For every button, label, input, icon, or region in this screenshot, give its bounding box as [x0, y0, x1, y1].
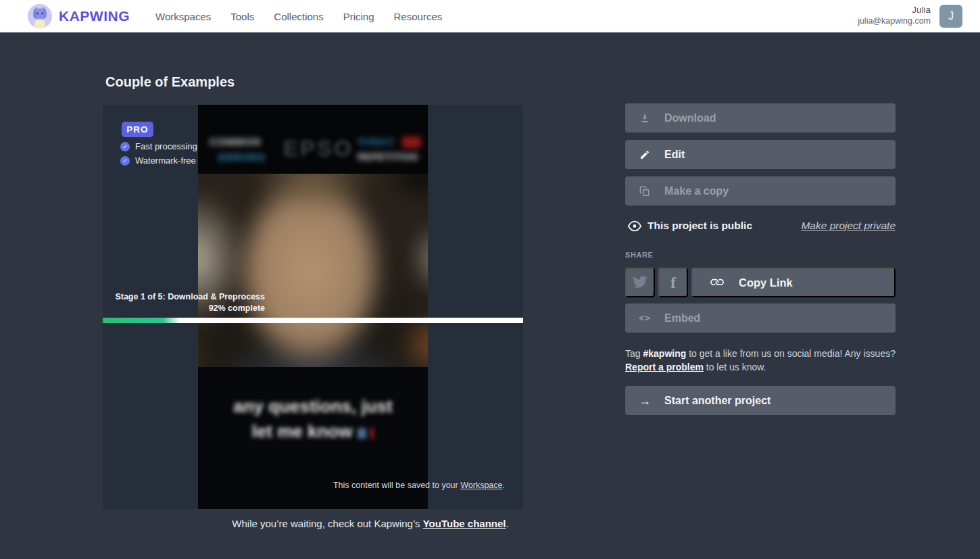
pencil-icon	[638, 149, 652, 160]
waiting-message: While you’re waiting, check out Kapwing’…	[103, 518, 638, 529]
user-info: Julia julia@kapwing.com	[858, 5, 931, 26]
percent-label: 92% complete	[103, 303, 265, 314]
video-overlay-text: EPSO	[283, 136, 353, 162]
kapwing-cat-logo-icon[interactable]	[28, 4, 52, 28]
thumbs-up-emoji-blob	[358, 428, 366, 439]
make-project-private-link[interactable]: Make project private	[801, 220, 896, 232]
report-a-problem-link[interactable]: Report a problem	[625, 362, 704, 372]
nav-item-resources[interactable]: Resources	[394, 11, 443, 22]
progress-bar	[103, 318, 523, 323]
copy-icon	[638, 186, 652, 197]
embed-button[interactable]: <> Embed	[625, 303, 896, 333]
check-icon: ✓	[120, 142, 130, 151]
workspace-link[interactable]: Workspace	[460, 481, 502, 490]
download-icon	[638, 113, 652, 124]
share-twitter-button[interactable]	[625, 268, 655, 297]
kapwing-processing-page: KAPWING Workspaces Tools Collections Pri…	[0, 0, 980, 559]
download-button[interactable]: Download	[625, 103, 896, 132]
video-caption: any questions, just let me know	[198, 394, 428, 444]
exclamation-emoji-blob	[370, 428, 374, 439]
project-card: COMMON ERRORS EPSO Subject REPETITION an…	[103, 105, 523, 509]
arrow-right-icon: →	[639, 395, 651, 407]
nav-item-collections[interactable]: Collections	[274, 11, 323, 22]
benefit-watermark-free: ✓ Watermark-free	[120, 155, 196, 166]
video-overlay-red-block	[402, 137, 421, 148]
primary-nav: Workspaces Tools Collections Pricing Res…	[155, 0, 442, 32]
kapwing-hashtag: #kapwing	[643, 348, 686, 359]
facebook-icon: f	[670, 274, 676, 292]
nav-item-pricing[interactable]: Pricing	[343, 11, 374, 22]
video-overlay-text: Subject	[358, 135, 394, 147]
benefit-fast-processing: ✓ Fast processing	[120, 141, 197, 151]
visibility-row: This project is public Make project priv…	[625, 220, 896, 233]
saved-note: This content will be saved to your Works…	[333, 481, 505, 490]
video-overlay-text: REPETITION	[358, 151, 418, 162]
edit-button[interactable]: Edit	[625, 140, 896, 169]
user-name: Julia	[858, 5, 931, 16]
copy-link-button[interactable]: Copy Link	[691, 268, 896, 297]
share-section-label: SHARE	[625, 251, 654, 259]
user-email: julia@kapwing.com	[858, 16, 931, 26]
check-icon: ✓	[120, 156, 130, 166]
nav-item-tools[interactable]: Tools	[230, 11, 254, 22]
link-icon	[707, 273, 726, 292]
video-caption-line1: any questions, just	[198, 394, 428, 419]
progress-bar-fill	[103, 318, 180, 323]
pro-badge: PRO	[122, 122, 153, 137]
project-visibility-label: This project is public	[647, 220, 752, 232]
processing-status: Stage 1 of 5: Download & Preprocess 92% …	[103, 291, 265, 314]
social-tag-note: Tag #kapwing to get a like from us on so…	[625, 347, 897, 374]
video-title-band: COMMON ERRORS EPSO Subject REPETITION	[198, 105, 428, 174]
video-overlay-text: COMMON	[210, 136, 261, 147]
top-navbar: KAPWING Workspaces Tools Collections Pri…	[0, 0, 980, 32]
blurred-face-paint	[198, 174, 428, 367]
avatar[interactable]: J	[939, 5, 962, 28]
video-frame-blurred-face	[198, 174, 428, 367]
code-icon: <>	[639, 313, 650, 323]
nav-item-workspaces[interactable]: Workspaces	[155, 11, 211, 22]
youtube-channel-link[interactable]: YouTube channel	[423, 518, 506, 529]
brand-wordmark[interactable]: KAPWING	[59, 8, 130, 24]
stage-label: Stage 1 of 5: Download & Preprocess	[103, 291, 265, 303]
eye-icon	[627, 220, 642, 235]
video-overlay-text: ERRORS	[218, 151, 266, 163]
make-a-copy-button[interactable]: Make a copy	[625, 176, 896, 205]
twitter-icon	[633, 276, 647, 290]
share-facebook-button[interactable]: f	[658, 268, 688, 297]
page-title: Couple of Examples	[105, 74, 235, 90]
video-caption-line2: let me know	[198, 419, 428, 444]
start-another-project-button[interactable]: → Start another project	[625, 386, 896, 415]
